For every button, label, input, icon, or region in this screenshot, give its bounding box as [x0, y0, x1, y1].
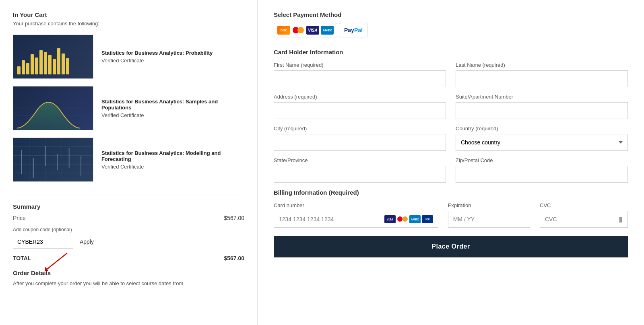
- address-label: Address (required): [274, 94, 446, 100]
- card-holder-title: Card Holder Information: [274, 49, 628, 56]
- coupon-input[interactable]: [13, 235, 73, 249]
- course-thumbnail: [13, 138, 93, 182]
- course-title: Statistics for Business Analytics: Model…: [101, 150, 244, 162]
- course-thumbnail: [13, 86, 93, 130]
- expiration-input[interactable]: [448, 211, 530, 228]
- card-payment-option[interactable]: DISC VISA AMEX: [274, 23, 337, 37]
- cvc-input-wrapper[interactable]: ▮: [540, 211, 628, 228]
- billing-row: Card number VISA AMEX JCB Expiration CVC: [274, 202, 628, 228]
- order-details-text: After you complete your order you will b…: [13, 280, 244, 288]
- suite-input[interactable]: [456, 102, 628, 119]
- grid-chart-icon: [13, 138, 93, 182]
- first-name-group: First Name (required): [274, 62, 446, 87]
- mastercard-icon: [292, 26, 305, 35]
- left-panel: In Your Cart Your purchase contains the …: [0, 0, 258, 325]
- cvc-card-icon: ▮: [619, 215, 623, 224]
- expiration-group: Expiration: [448, 202, 530, 228]
- amex-small-icon: AMEX: [409, 215, 421, 223]
- price-label: Price: [13, 215, 26, 221]
- price-value: $567.00: [224, 215, 244, 221]
- payment-methods: DISC VISA AMEX PayPal: [274, 23, 628, 37]
- state-group: State/Province: [274, 157, 446, 183]
- apply-button[interactable]: Apply: [80, 239, 94, 245]
- address-input[interactable]: [274, 102, 446, 119]
- expiration-label: Expiration: [448, 202, 530, 208]
- summary-section: Summary Price $567.00 Add coupon code (o…: [13, 195, 244, 288]
- right-panel: Select Payment Method DISC VISA AMEX Pay…: [258, 0, 644, 325]
- card-number-label: Card number: [274, 202, 438, 208]
- place-order-button[interactable]: Place Order: [274, 236, 628, 257]
- cart-item-info: Statistics for Business Analytics: Sampl…: [101, 99, 244, 118]
- total-value: $567.00: [224, 255, 244, 261]
- cvc-input[interactable]: [545, 216, 615, 222]
- paypal-payment-option[interactable]: PayPal: [339, 23, 368, 37]
- cart-item-info: Statistics for Business Analytics: Model…: [101, 150, 244, 170]
- address-group: Address (required): [274, 94, 446, 119]
- curve-chart-icon: [13, 102, 84, 130]
- course-type: Verified Certificate: [101, 58, 244, 64]
- first-name-input[interactable]: [274, 70, 446, 87]
- suite-label: Suite/Apartment Number: [456, 94, 628, 100]
- first-name-label: First Name (required): [274, 62, 446, 68]
- city-input[interactable]: [274, 134, 446, 151]
- cart-item: Statistics for Business Analytics: Proba…: [13, 35, 244, 79]
- course-thumbnail: [13, 35, 93, 79]
- red-arrow-indicator: [45, 251, 69, 271]
- cvc-label: CVC: [540, 202, 628, 208]
- suite-group: Suite/Apartment Number: [456, 94, 628, 119]
- price-row: Price $567.00: [13, 215, 244, 221]
- course-title: Statistics for Business Analytics: Sampl…: [101, 99, 244, 111]
- zip-group: Zip/Postal Code: [456, 157, 628, 183]
- cart-title: In Your Cart: [13, 11, 244, 18]
- course-type: Verified Certificate: [101, 164, 244, 170]
- state-input[interactable]: [274, 166, 446, 183]
- summary-title: Summary: [13, 203, 244, 210]
- course-type: Verified Certificate: [101, 112, 244, 118]
- card-number-group: Card number VISA AMEX JCB: [274, 202, 438, 228]
- visa-small-icon: VISA: [384, 215, 396, 223]
- payment-method-title: Select Payment Method: [274, 11, 628, 18]
- cvc-group: CVC ▮: [540, 202, 628, 228]
- visa-icon: VISA: [306, 26, 319, 35]
- total-label: TOTAL: [13, 255, 31, 261]
- card-icons: VISA AMEX JCB: [384, 215, 433, 223]
- address-row: Address (required) Suite/Apartment Numbe…: [274, 94, 628, 119]
- cart-items-list: Statistics for Business Analytics: Proba…: [13, 35, 244, 182]
- name-row: First Name (required) Last Name (require…: [274, 62, 628, 87]
- state-zip-row: State/Province Zip/Postal Code: [274, 157, 628, 183]
- amex-icon: AMEX: [321, 26, 334, 35]
- city-country-row: City (required) Country (required) Choos…: [274, 125, 628, 151]
- last-name-input[interactable]: [456, 70, 628, 87]
- city-group: City (required): [274, 125, 446, 151]
- bar-chart-icon: [17, 48, 69, 74]
- card-number-input-wrapper[interactable]: VISA AMEX JCB: [274, 211, 438, 228]
- last-name-label: Last Name (required): [456, 62, 628, 68]
- cart-item: Statistics for Business Analytics: Sampl…: [13, 86, 244, 130]
- course-title: Statistics for Business Analytics: Proba…: [101, 50, 244, 56]
- coupon-row: Apply: [13, 235, 244, 249]
- coupon-label: Add coupon code (optional): [13, 227, 244, 232]
- discover-icon: DISC: [277, 26, 290, 35]
- cart-item-info: Statistics for Business Analytics: Proba…: [101, 50, 244, 64]
- country-select[interactable]: Choose country United States United King…: [456, 134, 628, 151]
- paypal-logo: PayPal: [344, 27, 363, 33]
- zip-input[interactable]: [456, 166, 628, 183]
- billing-title: Billing Information (Required): [274, 189, 628, 196]
- country-group: Country (required) Choose country United…: [456, 125, 628, 151]
- city-label: City (required): [274, 125, 446, 132]
- last-name-group: Last Name (required): [456, 62, 628, 87]
- cart-item: Statistics for Business Analytics: Model…: [13, 138, 244, 182]
- svg-line-18: [47, 253, 67, 269]
- mastercard-small-icon: [397, 215, 408, 223]
- jcb-small-icon: JCB: [422, 215, 433, 223]
- zip-label: Zip/Postal Code: [456, 157, 628, 163]
- state-label: State/Province: [274, 157, 446, 163]
- country-label: Country (required): [456, 125, 628, 132]
- card-number-input[interactable]: [279, 216, 381, 222]
- cart-subtitle: Your purchase contains the following:: [13, 21, 244, 27]
